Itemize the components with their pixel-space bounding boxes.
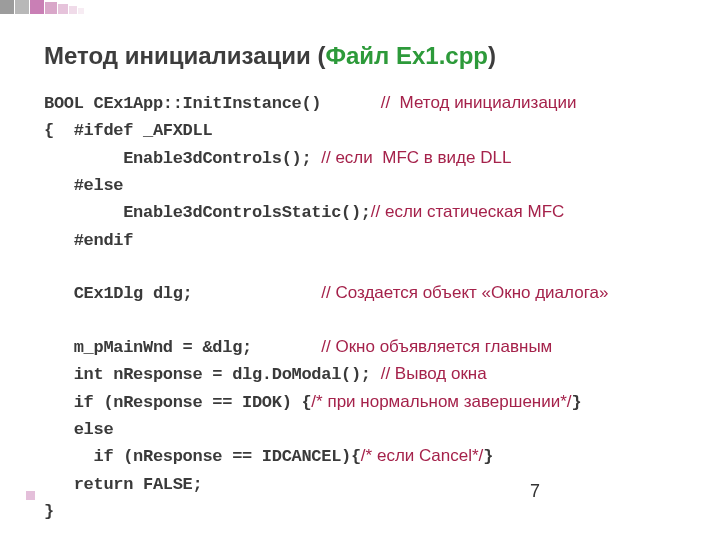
code-line: Enable3dControls(); [44, 149, 321, 168]
code-line: } [572, 393, 582, 412]
code-line: CEx1Dlg dlg; [44, 284, 321, 303]
code-comment: // Окно объявляется главным [321, 337, 552, 356]
decorative-squares [0, 0, 84, 14]
title-filename: Файл Ex1.cpp [325, 42, 488, 69]
page-number: 7 [530, 481, 540, 502]
code-line: #endif [44, 231, 133, 250]
title-close: ) [488, 42, 496, 69]
code-line: m_pMainWnd = &dlg; [44, 338, 321, 357]
code-line: } [483, 447, 493, 466]
code-comment: // если статическая MFC [371, 202, 565, 221]
code-line: if (nResponse == IDOK) { [44, 393, 311, 412]
code-line: else [44, 420, 113, 439]
code-comment: // если MFC в виде DLL [321, 148, 511, 167]
code-comment: // Метод инициализации [381, 93, 577, 112]
code-line: return FALSE; [44, 475, 202, 494]
code-line: BOOL CEx1App::InitInstance() [44, 94, 381, 113]
code-block: BOOL CEx1App::InitInstance() // Метод ин… [44, 90, 676, 526]
code-line: { #ifdef _AFXDLL [44, 121, 212, 140]
code-line: #else [44, 176, 123, 195]
code-line: Enable3dControlsStatic(); [44, 203, 371, 222]
code-comment: // Создается объект «Окно диалога» [321, 283, 608, 302]
slide-title: Метод инициализации (Файл Ex1.cpp) [44, 42, 676, 70]
title-text: Метод инициализации ( [44, 42, 325, 69]
code-comment: /* при нормальном завершении*/ [311, 392, 571, 411]
code-line: } [44, 502, 54, 521]
code-comment: /* если Cancel*/ [361, 446, 483, 465]
code-comment: // Вывод окна [381, 364, 487, 383]
code-line: if (nResponse == IDCANCEL){ [44, 447, 361, 466]
bullet-icon [26, 491, 35, 500]
code-line: int nResponse = dlg.DoModal(); [44, 365, 381, 384]
slide: Метод инициализации (Файл Ex1.cpp) BOOL … [0, 0, 720, 540]
